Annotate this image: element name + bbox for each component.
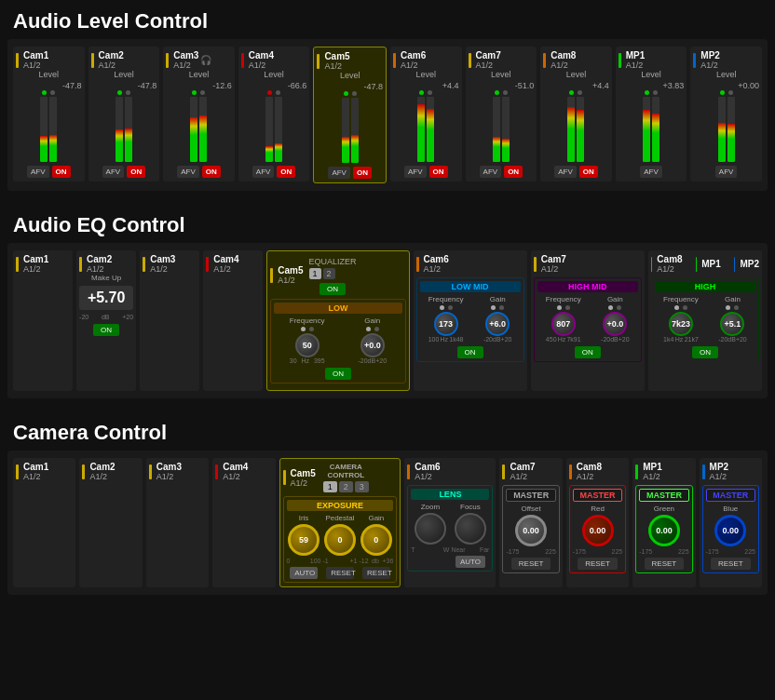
eq-tab-1[interactable]: 1	[309, 268, 321, 279]
iris-knob[interactable]: 59	[288, 524, 320, 556]
high-on-btn[interactable]: ON	[692, 346, 718, 358]
cam-ctrl-sub-mp1: A1/2	[643, 472, 662, 481]
cam-ctrl-name-mp1: MP1	[643, 462, 662, 472]
high-freq-knob[interactable]: 7k23	[669, 312, 693, 336]
level-value-cam4: -66.6	[241, 81, 307, 90]
iris-auto-btn[interactable]: AUTO	[290, 567, 318, 579]
ch-sub-cam7: A1/2	[476, 61, 501, 70]
makeup-min: -20	[79, 314, 88, 320]
highmid-freq-knob[interactable]: 807	[551, 312, 576, 336]
lowmid-gain-label: Gain	[483, 295, 512, 303]
highmid-gain-min: -20	[601, 336, 610, 343]
highmid-gain-max: +20	[619, 336, 630, 343]
pedestal-knob[interactable]: 0	[324, 524, 356, 556]
master-offset-reset-btn[interactable]: RESET	[511, 558, 551, 570]
iris-max: 100	[310, 558, 321, 564]
afv-btn-cam1[interactable]: AFV	[27, 166, 49, 178]
afv-btn-mp2[interactable]: AFV	[715, 166, 738, 178]
afv-btn-cam4[interactable]: AFV	[252, 166, 275, 178]
afv-btn-cam3[interactable]: AFV	[177, 166, 199, 178]
focus-knob[interactable]	[455, 513, 486, 545]
camera-tab-2[interactable]: 2	[339, 481, 353, 492]
dot1	[192, 90, 197, 95]
low-freq-knob[interactable]: 50	[295, 333, 320, 357]
master-offset-knob[interactable]: 0.00	[515, 515, 547, 546]
lowmid-on-btn[interactable]: ON	[457, 346, 483, 358]
meter-cam5	[317, 98, 383, 163]
meter-bar-r	[125, 97, 132, 162]
camera-tab-1[interactable]: 1	[323, 481, 337, 492]
afv-btn-cam6[interactable]: AFV	[404, 166, 427, 178]
eq-ch-sub-cam7: A1/2	[541, 264, 566, 274]
highmid-freq-max: 7k91	[566, 336, 580, 343]
eq-on-btn-cam2[interactable]: ON	[93, 324, 119, 336]
master-green-sublabel: Green	[639, 505, 688, 513]
ch-sub-cam2: A1/2	[99, 61, 124, 70]
master-red-reset-btn[interactable]: RESET	[578, 558, 618, 570]
low-gain-knob[interactable]: +0.0	[360, 333, 385, 357]
dot	[366, 327, 371, 331]
lowmid-gain-knob[interactable]: +6.0	[485, 312, 510, 336]
highmid-gain-value: +0.0	[606, 319, 623, 329]
afv-on-cam4[interactable]: ON	[277, 166, 295, 178]
master-red-knob[interactable]: 0.00	[582, 515, 614, 546]
low-freq-group: Frequency 50 30Hz395	[290, 316, 325, 364]
master-offset-label: MASTER	[506, 489, 555, 502]
afv-btn-cam5[interactable]: AFV	[328, 167, 350, 179]
meter-mp2	[693, 97, 759, 162]
afv-on-cam3[interactable]: ON	[202, 166, 221, 178]
low-gain-group: Gain +0.0 -20dB+20	[358, 316, 387, 364]
afv-on-cam1[interactable]: ON	[52, 166, 71, 178]
camera-control-inner-label: CAMERACONTROL	[323, 463, 369, 479]
afv-btn-cam8[interactable]: AFV	[554, 166, 577, 178]
ch-sub-mp2: A1/2	[700, 61, 720, 70]
highmid-freq-label: Frequency	[546, 295, 581, 303]
master-green-reset-btn[interactable]: RESET	[645, 558, 685, 570]
cam-ctrl-name-cam6: Cam6	[415, 462, 440, 472]
meter-bar-l	[417, 97, 425, 162]
afv-btn-cam2[interactable]: AFV	[102, 166, 125, 178]
pedestal-label: Pedestal	[322, 514, 357, 522]
cam-ctrl-sub-cam8: A1/2	[577, 472, 602, 481]
master-blue-reset-btn[interactable]: RESET	[711, 558, 751, 570]
master-blue-knob[interactable]: 0.00	[714, 515, 746, 546]
afv-on-cam8[interactable]: ON	[579, 166, 598, 178]
highmid-on-btn[interactable]: ON	[575, 346, 601, 358]
camera-tab-3[interactable]: 3	[355, 481, 369, 492]
meter-cam1	[16, 97, 82, 162]
highmid-freq-min: 450	[546, 336, 557, 343]
highmid-gain-unit: dB	[610, 336, 619, 343]
zoom-knob[interactable]	[415, 513, 446, 545]
gain-reset-btn[interactable]: RESET	[362, 567, 390, 579]
master-green-knob[interactable]: 0.00	[648, 515, 680, 546]
master-green-group: Green 0.00 -175225 RESET	[639, 505, 688, 570]
pedestal-reset-btn[interactable]: RESET	[326, 567, 354, 579]
red-min: -175	[573, 548, 586, 555]
eq-tab-2[interactable]: 2	[323, 268, 335, 279]
level-value-cam6: +4.4	[393, 81, 459, 90]
afv-btn-cam7[interactable]: AFV	[480, 166, 502, 178]
gain-knob[interactable]: 0	[360, 524, 392, 556]
focus-auto-btn[interactable]: AUTO	[455, 556, 486, 568]
eq-ch-name-cam1: Cam1	[23, 254, 48, 264]
dot	[674, 305, 679, 310]
cam-ctrl-name-cam7: Cam7	[510, 462, 535, 472]
low-on-btn[interactable]: ON	[325, 368, 351, 380]
meter-bar-l	[493, 97, 500, 162]
ch-name-cam7: Cam7	[476, 50, 501, 61]
lowmid-freq-min: 100	[428, 336, 440, 343]
eq-on-btn-cam5[interactable]: ON	[320, 283, 346, 295]
afv-on-cam7[interactable]: ON	[504, 166, 523, 178]
afv-on-cam2[interactable]: ON	[127, 166, 145, 178]
afv-btn-mp1[interactable]: AFV	[640, 166, 662, 178]
lowmid-freq-knob[interactable]: 173	[434, 312, 458, 336]
high-gain-knob[interactable]: +5.1	[720, 312, 744, 336]
highmid-gain-knob[interactable]: +0.0	[603, 312, 627, 336]
audio-level-inner: Cam1 A1/2 Level -47.8 AFVON Ca	[7, 39, 768, 191]
cam-ctrl-name-cam3: Cam3	[156, 462, 182, 472]
lowmid-freq-max: 1k48	[449, 336, 463, 343]
gain-db: db	[372, 558, 379, 564]
cam-ctrl-bar-cam3	[149, 464, 152, 479]
afv-on-cam5[interactable]: ON	[353, 167, 372, 179]
afv-on-cam6[interactable]: ON	[429, 166, 448, 178]
